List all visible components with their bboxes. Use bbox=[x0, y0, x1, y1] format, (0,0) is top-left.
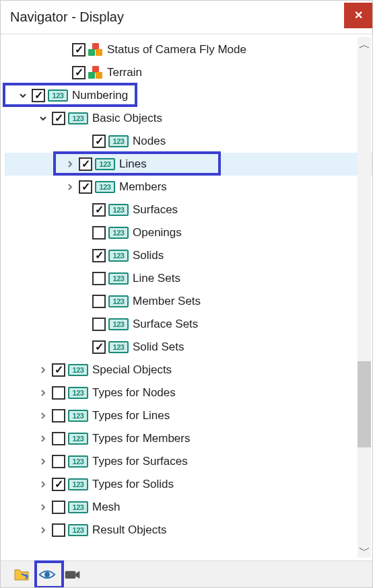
number-icon: 123 bbox=[108, 341, 129, 353]
checkbox[interactable] bbox=[52, 432, 65, 445]
checkbox[interactable] bbox=[72, 43, 86, 57]
chevron-right-icon[interactable] bbox=[37, 524, 49, 536]
number-icon: 123 bbox=[108, 295, 129, 307]
tree-row-special-objects[interactable]: 123Special Objects bbox=[5, 359, 372, 381]
tree-row-lines[interactable]: 123Lines bbox=[5, 153, 372, 176]
folder-button[interactable] bbox=[9, 562, 34, 587]
checkbox[interactable] bbox=[92, 135, 106, 148]
tree-item-label: Surfaces bbox=[133, 203, 178, 217]
number-icon: 123 bbox=[68, 501, 88, 513]
window-title: Navigator - Display bbox=[10, 9, 124, 25]
checkbox[interactable] bbox=[52, 112, 65, 125]
chevron-right-icon[interactable] bbox=[37, 455, 49, 468]
svg-point-0 bbox=[44, 572, 50, 577]
titlebar: Navigator - Display ✕ bbox=[1, 1, 372, 34]
number-icon: 123 bbox=[48, 89, 68, 102]
number-icon: 123 bbox=[68, 455, 88, 468]
scroll-down-icon[interactable]: ﹀ bbox=[358, 543, 371, 558]
checkbox[interactable] bbox=[92, 272, 106, 285]
tree-container: Status of Camera Fly ModeTerrain123Numbe… bbox=[1, 34, 372, 560]
tree-row-openings[interactable]: 123Openings bbox=[5, 221, 372, 244]
scrollbar[interactable]: ︿ ﹀ bbox=[358, 37, 371, 558]
camera-icon bbox=[64, 568, 81, 581]
number-icon: 123 bbox=[68, 364, 88, 376]
tree-row-terrain[interactable]: Terrain bbox=[5, 61, 372, 84]
checkbox[interactable] bbox=[32, 89, 45, 102]
tree-item-label: Nodes bbox=[133, 135, 166, 148]
checkbox[interactable] bbox=[79, 180, 92, 194]
chevron-right-icon[interactable] bbox=[37, 387, 49, 399]
checkbox[interactable] bbox=[52, 501, 65, 514]
tree-row-basic-objects[interactable]: 123Basic Objects bbox=[5, 107, 372, 130]
checkbox[interactable] bbox=[52, 363, 65, 377]
cubes-icon bbox=[88, 66, 103, 79]
tree-item-label: Special Objects bbox=[92, 363, 172, 377]
tree-row-line-sets[interactable]: 123Line Sets bbox=[5, 267, 372, 290]
checkbox[interactable] bbox=[92, 295, 106, 308]
tree-row-solid-sets[interactable]: 123Solid Sets bbox=[5, 336, 372, 359]
tree-row-result-objects[interactable]: 123Result Objects bbox=[5, 519, 372, 542]
tree-item-label: Numbering bbox=[72, 89, 128, 102]
number-icon: 123 bbox=[108, 204, 129, 216]
scroll-thumb[interactable] bbox=[358, 361, 371, 447]
chevron-down-icon[interactable] bbox=[37, 112, 49, 124]
scroll-up-icon[interactable]: ︿ bbox=[358, 37, 371, 52]
chevron-right-icon[interactable] bbox=[37, 478, 49, 490]
tree: Status of Camera Fly ModeTerrain123Numbe… bbox=[1, 34, 372, 546]
checkbox[interactable] bbox=[79, 157, 92, 171]
checkbox[interactable] bbox=[92, 318, 106, 331]
chevron-right-icon[interactable] bbox=[64, 181, 76, 193]
tree-row-status-of-camera-fly-mode[interactable]: Status of Camera Fly Mode bbox=[5, 38, 372, 61]
number-icon: 123 bbox=[68, 387, 88, 399]
tree-row-members[interactable]: 123Members bbox=[5, 176, 372, 198]
number-icon: 123 bbox=[108, 318, 129, 330]
folder-icon bbox=[13, 567, 30, 582]
tree-item-label: Members bbox=[119, 180, 167, 194]
tree-row-types-for-lines[interactable]: 123Types for Lines bbox=[5, 404, 372, 427]
tree-row-types-for-solids[interactable]: 123Types for Solids bbox=[5, 473, 372, 496]
tree-item-label: Types for Nodes bbox=[92, 386, 176, 400]
chevron-right-icon[interactable] bbox=[37, 433, 49, 445]
chevron-right-icon[interactable] bbox=[37, 410, 49, 422]
tree-row-member-sets[interactable]: 123Member Sets bbox=[5, 290, 372, 313]
tree-item-label: Types for Lines bbox=[92, 409, 170, 422]
number-icon: 123 bbox=[68, 433, 88, 445]
checkbox[interactable] bbox=[52, 523, 65, 537]
checkbox[interactable] bbox=[52, 386, 65, 400]
checkbox[interactable] bbox=[92, 340, 106, 354]
chevron-right-icon[interactable] bbox=[37, 501, 49, 513]
tree-item-label: Mesh bbox=[92, 501, 121, 514]
number-icon: 123 bbox=[108, 272, 129, 285]
tree-item-label: Terrain bbox=[107, 66, 142, 79]
checkbox[interactable] bbox=[72, 66, 86, 79]
tree-row-numbering[interactable]: 123Numbering bbox=[5, 84, 372, 107]
number-icon: 123 bbox=[68, 112, 88, 124]
close-button[interactable]: ✕ bbox=[344, 3, 372, 28]
tree-item-label: Types for Members bbox=[92, 432, 191, 445]
tree-row-nodes[interactable]: 123Nodes bbox=[5, 130, 372, 153]
display-tab-button[interactable] bbox=[34, 562, 60, 587]
checkbox[interactable] bbox=[52, 455, 65, 468]
number-icon: 123 bbox=[95, 181, 115, 193]
tree-item-label: Openings bbox=[133, 226, 182, 240]
chevron-right-icon[interactable] bbox=[37, 364, 49, 376]
checkbox[interactable] bbox=[52, 409, 65, 422]
bottom-toolbar bbox=[1, 560, 372, 587]
number-icon: 123 bbox=[108, 250, 129, 262]
tree-item-label: Types for Solids bbox=[92, 478, 174, 491]
chevron-right-icon[interactable] bbox=[64, 158, 76, 170]
checkbox[interactable] bbox=[52, 478, 65, 491]
tree-row-surface-sets[interactable]: 123Surface Sets bbox=[5, 313, 372, 336]
tree-row-surfaces[interactable]: 123Surfaces bbox=[5, 198, 372, 221]
checkbox[interactable] bbox=[92, 226, 106, 240]
tree-row-mesh[interactable]: 123Mesh bbox=[5, 496, 372, 519]
checkbox[interactable] bbox=[92, 249, 106, 262]
tree-row-solids[interactable]: 123Solids bbox=[5, 244, 372, 267]
tree-row-types-for-members[interactable]: 123Types for Members bbox=[5, 427, 372, 450]
views-tab-button[interactable] bbox=[60, 562, 86, 587]
checkbox[interactable] bbox=[92, 203, 106, 217]
chevron-down-icon[interactable] bbox=[17, 89, 29, 102]
tree-row-types-for-nodes[interactable]: 123Types for Nodes bbox=[5, 381, 372, 404]
number-icon: 123 bbox=[95, 158, 115, 170]
tree-row-types-for-surfaces[interactable]: 123Types for Surfaces bbox=[5, 450, 372, 473]
